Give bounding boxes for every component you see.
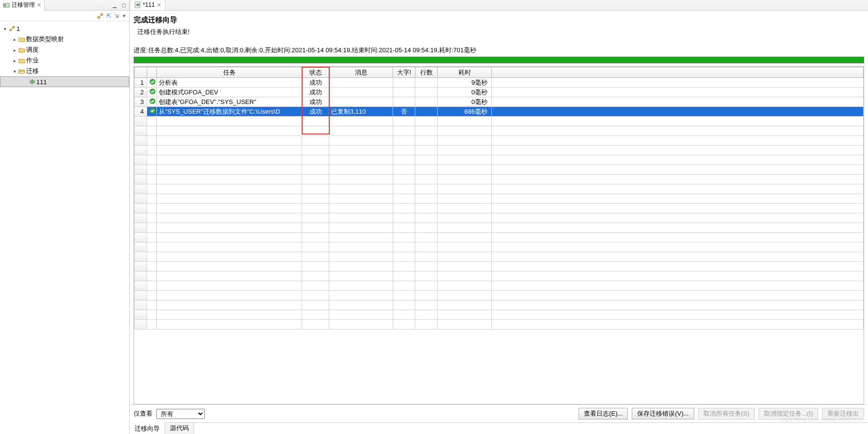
task-grid[interactable]: 任务 状态 消息 大字! 行数 耗时 1分析表成功9毫秒2创建模式GFOA_DE… (134, 66, 864, 404)
progress-bar (134, 57, 864, 63)
left-panel-tab-label: 迁移管理 (12, 1, 35, 9)
table-row-empty (135, 136, 864, 146)
tree-item-datatype-mapping[interactable]: ▸ 数据类型映射 (0, 34, 129, 45)
table-row-empty (135, 281, 864, 291)
progress-text: 进度:任务总数:4,已完成:4,出错:0,取消:0,剩余:0,开始时间:2021… (130, 44, 868, 57)
wizard-title: 完成迁移向导 (130, 11, 868, 28)
tree-item-label: 迁移 (26, 67, 39, 75)
migration-task-icon (29, 78, 35, 85)
table-row-empty (135, 300, 864, 310)
table-row[interactable]: 3创建表"GFOA_DEV"."SYS_USER"成功0毫秒 (135, 97, 864, 107)
col-rows[interactable]: 行数 (415, 67, 438, 78)
row-rows (415, 78, 438, 88)
row-bigchar: 否 (393, 107, 415, 117)
svg-point-6 (13, 26, 15, 28)
table-row-empty (135, 213, 864, 223)
table-row-empty (135, 291, 864, 300)
table-row-empty (135, 184, 864, 194)
table-row-empty (135, 165, 864, 175)
table-row-empty (135, 252, 864, 262)
table-row[interactable]: 1分析表成功9毫秒 (135, 78, 864, 88)
row-bigchar (393, 88, 415, 97)
table-row-empty (135, 126, 864, 136)
bottom-tabs: 迁移向导 源代码 (130, 422, 868, 434)
row-rows (415, 107, 438, 117)
close-icon[interactable]: ✕ (37, 2, 41, 8)
col-task[interactable]: 任务 (157, 67, 302, 78)
tree-item-111[interactable]: 111 (0, 76, 129, 87)
dropdown-icon[interactable]: ▼ (122, 14, 126, 18)
col-message[interactable]: 消息 (329, 67, 393, 78)
tree-item-migration[interactable]: ▾ 迁移 (0, 66, 129, 76)
row-rows (415, 97, 438, 107)
left-panel: 迁移管理 ✕ ▁ ▢ ⇱ ⇲ ▼ ▾ 1 (0, 0, 130, 434)
row-status-icon (147, 107, 157, 117)
row-state: 成功 (302, 97, 329, 107)
tab-wizard[interactable]: 迁移向导 (130, 422, 165, 434)
folder-open-icon (18, 68, 25, 75)
tree-item-jobs[interactable]: ▸ 作业 (0, 55, 129, 66)
svg-rect-1 (4, 4, 6, 6)
tree-item-label: 数据类型映射 (26, 35, 64, 44)
row-status-icon (147, 88, 157, 97)
editor-tab-bar: *111 ✕ (130, 0, 868, 11)
col-elapsed[interactable]: 耗时 (438, 67, 492, 78)
maximize-icon[interactable]: ▢ (120, 2, 127, 9)
export-icon[interactable]: ⇲ (114, 13, 119, 19)
cancel-all-button: 取消所有任务(S) (698, 408, 755, 419)
save-errors-button[interactable]: 保存迁移错误(V)... (632, 408, 694, 419)
tab-source[interactable]: 源代码 (165, 423, 194, 434)
row-status-icon (147, 97, 157, 107)
svg-point-5 (10, 29, 12, 31)
row-rows (415, 88, 438, 97)
row-bigchar (393, 78, 415, 88)
chevron-down-icon: ▾ (2, 26, 8, 31)
table-row[interactable]: 4从"SYS_USER"迁移数据到文件"C:\Users\D成功已复制3,110… (135, 107, 864, 117)
table-row-empty (135, 117, 864, 126)
row-message (329, 78, 393, 88)
row-state: 成功 (302, 88, 329, 97)
migration-icon (3, 2, 10, 9)
left-tab-bar: 迁移管理 ✕ ▁ ▢ (0, 0, 129, 11)
right-panel: *111 ✕ 完成迁移向导 迁移任务执行结束! 进度:任务总数:4,已完成:4,… (130, 0, 868, 434)
row-state: 成功 (302, 78, 329, 88)
import-icon[interactable]: ⇱ (107, 13, 111, 19)
connection-icon[interactable] (97, 13, 104, 19)
folder-icon (18, 57, 25, 64)
tree-root[interactable]: ▾ 1 (0, 23, 129, 34)
table-row-empty (135, 262, 864, 271)
row-elapsed: 0毫秒 (438, 97, 492, 107)
col-rownum[interactable] (135, 67, 147, 78)
close-icon[interactable]: ✕ (157, 2, 161, 8)
editor-tab[interactable]: *111 ✕ (130, 0, 166, 10)
col-bigchar[interactable]: 大字! (393, 67, 415, 78)
view-log-button[interactable]: 查看日志(E)... (579, 408, 628, 419)
filter-select[interactable]: 所有 (156, 409, 205, 419)
cancel-selected-button: 取消指定任务...(I) (759, 408, 818, 419)
restart-migration-button: 重新迁移出 (822, 408, 864, 419)
chevron-right-icon: ▸ (12, 47, 17, 53)
row-message: 已复制3,110 (329, 107, 393, 117)
col-state[interactable]: 状态 (302, 67, 329, 78)
table-row-empty (135, 271, 864, 281)
row-number: 1 (135, 78, 147, 88)
table-row[interactable]: 2创建模式GFOA_DEV成功0毫秒 (135, 88, 864, 97)
row-task: 从"SYS_USER"迁移数据到文件"C:\Users\D (157, 107, 302, 117)
minimize-icon[interactable]: ▁ (111, 2, 119, 9)
svg-line-7 (12, 28, 13, 30)
left-toolbar: ⇱ ⇲ ▼ (0, 11, 129, 21)
left-panel-tab[interactable]: 迁移管理 ✕ (0, 0, 45, 11)
chevron-down-icon: ▾ (12, 69, 17, 74)
row-message (329, 97, 393, 107)
chevron-right-icon: ▸ (12, 37, 17, 42)
row-elapsed: 686毫秒 (438, 107, 492, 117)
table-row-empty (135, 223, 864, 233)
wizard-subtitle: 迁移任务执行结束! (130, 28, 868, 44)
tree-item-label: 111 (36, 78, 47, 86)
col-status-icon[interactable] (147, 67, 157, 78)
chevron-right-icon: ▸ (12, 58, 17, 63)
tree-item-schedule[interactable]: ▸ 调度 (0, 45, 129, 55)
editor-tab-label: *111 (143, 1, 155, 8)
migration-file-icon (134, 1, 141, 8)
table-row-empty (135, 233, 864, 242)
